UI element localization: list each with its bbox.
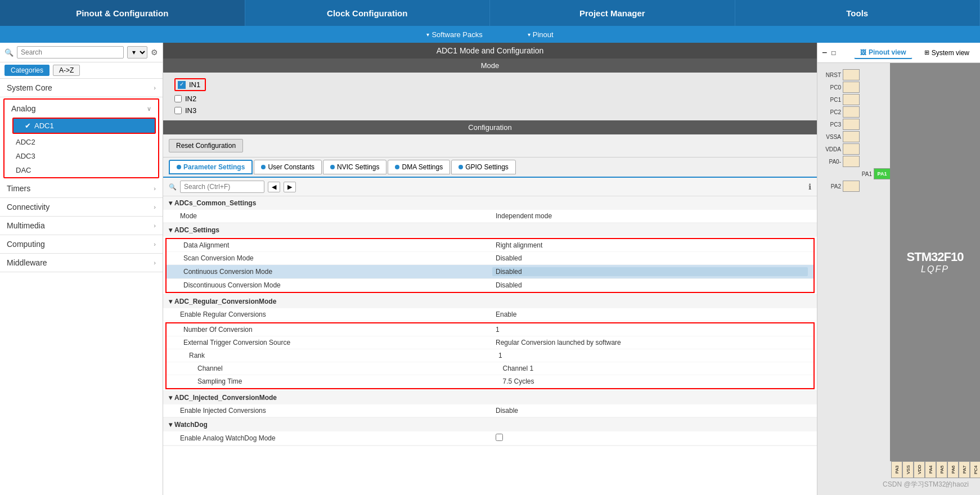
pin-nrst: NRST	[817, 69, 891, 81]
pin-pa0: PA0-	[817, 155, 891, 168]
nav-project[interactable]: Project Manager	[490, 0, 735, 26]
sidebar: 🔍 ▾ ⚙ Categories A->Z System Core › Anal…	[0, 43, 163, 495]
config-toolbar: Reset Configuration	[163, 134, 817, 158]
active-dot	[177, 165, 181, 169]
group-header-watchdog[interactable]: ▾ WatchDog	[163, 418, 817, 431]
info-icon: ℹ	[808, 182, 811, 191]
chevron-down-icon: ▾	[169, 394, 172, 402]
tab-pinout-view[interactable]: 🖼 Pinout view	[854, 46, 912, 59]
pin-pa1: ADC1_IN1 PA1 PA1	[817, 168, 891, 180]
section-header-timers[interactable]: Timers ›	[0, 179, 163, 197]
sidebar-item-adc3[interactable]: ADC3	[5, 149, 158, 163]
maximize-icon[interactable]: □	[831, 49, 835, 57]
pa1-pin-box[interactable]: PA1	[874, 168, 891, 179]
section-computing: Computing ›	[0, 235, 163, 254]
group-watchdog: ▾ WatchDog Enable Analog WatchDog Mode	[163, 418, 817, 446]
row-data-alignment: Data Alignment Right alignment	[167, 239, 813, 252]
sidebar-tabs: Categories A->Z	[0, 62, 163, 79]
tab-system-view[interactable]: ⊞ System view	[918, 46, 975, 59]
tab-dma-settings[interactable]: DMA Settings	[388, 160, 450, 174]
chevron-down-icon: ▾	[169, 298, 172, 305]
pin-pc2: PC2	[817, 106, 891, 118]
in2-row: IN2	[174, 94, 806, 103]
dot-icon	[458, 165, 463, 169]
minimize-icon[interactable]: −	[822, 48, 827, 57]
tab-gpio-settings[interactable]: GPIO Settings	[451, 160, 516, 174]
left-pins: NRST PC0 PC1 PC2	[817, 69, 891, 192]
main-layout: 🔍 ▾ ⚙ Categories A->Z System Core › Anal…	[0, 43, 980, 495]
sidebar-item-adc2[interactable]: ADC2	[5, 135, 158, 149]
tab-a-to-z[interactable]: A->Z	[53, 65, 80, 76]
reset-config-button[interactable]: Reset Configuration	[169, 139, 243, 152]
config-section: Configuration Reset Configuration Parame…	[163, 120, 817, 495]
system-view-icon: ⊞	[924, 49, 929, 56]
row-rank: Rank 1	[167, 349, 813, 362]
config-tabs: Parameter Settings User Constants NVIC S…	[163, 158, 817, 178]
in1-row: IN1	[174, 78, 206, 91]
group-header-adc-settings[interactable]: ▾ ADC_Settings	[163, 223, 817, 237]
gear-icon[interactable]: ⚙	[151, 48, 158, 57]
chip-name: STM32F10	[907, 250, 964, 264]
section-header-middleware[interactable]: Middleware ›	[0, 254, 163, 272]
group-header-adc-injected[interactable]: ▾ ADC_Injected_ConversionMode	[163, 391, 817, 404]
row-external-trigger: External Trigger Conversion Source Regul…	[167, 336, 813, 349]
nav-pinout[interactable]: Pinout & Configuration	[0, 0, 245, 26]
group-adcs-common: ▾ ADCs_Common_Settings Mode Independent …	[163, 196, 817, 223]
search-bar: 🔍 ◀ ▶ ℹ	[163, 178, 817, 196]
subnav-software-packs[interactable]: ▾ Software Packs	[426, 30, 482, 39]
tab-parameter-settings[interactable]: Parameter Settings	[169, 160, 253, 174]
section-header-multimedia[interactable]: Multimedia ›	[0, 217, 163, 235]
chevron-right-icon: ›	[154, 185, 156, 192]
group-header-adc-regular[interactable]: ▾ ADC_Regular_ConversionMode	[163, 295, 817, 308]
chip-body: STM32F10 LQFP	[890, 63, 980, 461]
mode-content: IN1 IN2 IN3	[163, 73, 817, 120]
section-header-computing[interactable]: Computing ›	[0, 235, 163, 253]
config-content: Reset Configuration Parameter Settings U…	[163, 134, 817, 495]
search-dropdown[interactable]: ▾	[127, 46, 147, 58]
tab-user-constants[interactable]: User Constants	[254, 160, 322, 174]
param-search-input[interactable]	[180, 181, 264, 193]
bottom-pins: PA3 VSS VDD PA4 PA5 PA6 PA7	[890, 461, 980, 495]
watermark: CSDN @学习STM32的haozi	[883, 480, 969, 489]
sidebar-item-dac[interactable]: DAC	[5, 163, 158, 177]
pin-vss: VSS	[902, 461, 914, 478]
tab-nvic-settings[interactable]: NVIC Settings	[323, 160, 386, 174]
in2-checkbox[interactable]	[174, 95, 182, 102]
tab-categories[interactable]: Categories	[5, 65, 50, 76]
pin-pa2: PA2	[817, 180, 891, 192]
pin-vdd: VDD	[914, 461, 925, 478]
section-timers: Timers ›	[0, 179, 163, 198]
prev-nav-button[interactable]: ◀	[268, 182, 280, 192]
next-nav-button[interactable]: ▶	[284, 182, 296, 192]
nav-tools[interactable]: Tools	[735, 0, 981, 26]
check-icon: ✔	[25, 122, 31, 130]
pin-pa4: PA4	[925, 461, 936, 478]
pin-pc0: PC0	[817, 81, 891, 93]
dot-icon	[330, 165, 335, 169]
chevron-down-icon: ∨	[147, 105, 151, 112]
in3-checkbox[interactable]	[174, 107, 182, 114]
section-header-system-core[interactable]: System Core ›	[0, 79, 163, 97]
row-sampling-time: Sampling Time 7.5 Cycles	[167, 375, 813, 388]
in3-row: IN3	[174, 106, 806, 115]
in1-checkbox[interactable]	[178, 81, 186, 89]
search-input[interactable]	[17, 46, 124, 58]
chevron-right-icon: ›	[154, 222, 156, 229]
row-continuous-conversion[interactable]: Continuous Conversion Mode Disabled	[167, 265, 813, 279]
group-adc-settings: ▾ ADC_Settings Data Alignment Right alig…	[163, 223, 817, 295]
subnav-pinout[interactable]: ▾ Pinout	[528, 30, 554, 39]
watchdog-checkbox[interactable]	[496, 434, 503, 441]
group-header-adcs-common[interactable]: ▾ ADCs_Common_Settings	[163, 196, 817, 210]
section-header-connectivity[interactable]: Connectivity ›	[0, 198, 163, 216]
pin-pc3: PC3	[817, 118, 891, 130]
group-adc-injected: ▾ ADC_Injected_ConversionMode Enable Inj…	[163, 391, 817, 418]
section-connectivity: Connectivity ›	[0, 198, 163, 217]
top-nav: Pinout & Configuration Clock Configurati…	[0, 0, 980, 26]
sidebar-item-adc1[interactable]: ✔ ADC1	[14, 119, 155, 133]
chevron-down-icon: ▾	[426, 32, 429, 38]
row-watchdog-mode: Enable Analog WatchDog Mode	[163, 431, 817, 446]
pin-pa7: PA7	[959, 461, 970, 478]
section-header-analog[interactable]: Analog ∨	[5, 100, 158, 118]
panel-title: ADC1 Mode and Configuration	[163, 43, 817, 58]
nav-clock[interactable]: Clock Configuration	[245, 0, 491, 26]
